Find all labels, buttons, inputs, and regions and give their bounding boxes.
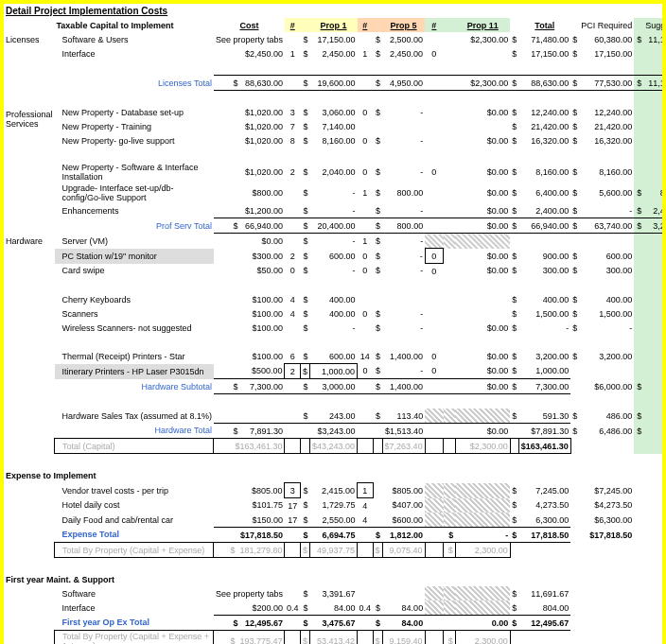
cell: 4 [358, 498, 374, 513]
row-label: New Property - Training [55, 119, 214, 133]
cell: 7,300.00 [250, 382, 283, 392]
cell: $0.00 [214, 234, 285, 249]
cell: $0.00 [455, 183, 510, 203]
cell: 77,530.00 [579, 76, 634, 91]
row-label: Card swipe [55, 264, 214, 279]
cell: $2,300.00 [455, 439, 510, 454]
cell: 2,400.00 [518, 203, 570, 218]
row-label: New Property - Software & Interface Inst… [55, 162, 214, 183]
cell: 2,300.00 [455, 631, 510, 645]
cell: 400.00 [310, 292, 358, 306]
cell: - [382, 249, 425, 264]
cell: $1,513.40 [382, 424, 425, 439]
cell: 300.00 [518, 264, 570, 279]
cell: $150.00 [214, 513, 285, 528]
m1-by-prop: Total By Property (Capital + Expense + 1… [55, 631, 214, 645]
cell: 1 [358, 483, 374, 498]
cell: 63,740.00 [579, 218, 634, 234]
cell: 300.00 [579, 264, 634, 279]
cell: 17,818.50 [518, 528, 570, 543]
cell: 7,300.00 [518, 379, 570, 394]
cell: 4 [285, 292, 301, 306]
cell: 12,495.67 [245, 618, 283, 628]
row-label: Daily Food and cab/rental car [55, 513, 214, 528]
cell: 0 [425, 162, 443, 183]
cell: 9,075.40 [382, 543, 425, 558]
cell: $0.00 [455, 162, 510, 183]
cell: $0.00 [455, 349, 510, 364]
taxable-hdr: Taxable Capital to Implement [55, 18, 214, 32]
cell: $0.00 [455, 424, 510, 439]
cell: 113.40 [382, 409, 425, 424]
cell: 0 [425, 249, 443, 264]
cell: - [518, 321, 570, 335]
cell: - [455, 528, 510, 543]
cell: 2,550.00 [310, 513, 358, 528]
cell: $6,300.00 [579, 513, 634, 528]
cell: 600.00 [579, 249, 634, 264]
cell: 7,140.00 [310, 119, 358, 133]
row-label: Itinerary Printers - HP Laser P3015dn [55, 364, 214, 379]
cell: $0.00 [455, 105, 510, 119]
cell: 0 [358, 264, 374, 279]
cell: 1,400.00 [382, 349, 425, 364]
cell: 1 [358, 234, 374, 249]
row-label: Software [55, 586, 214, 600]
cell: 2,415.00 [310, 483, 358, 498]
cell: $407.00 [382, 498, 425, 513]
cell: 400.00 [310, 306, 358, 321]
cell: 14 [358, 349, 374, 364]
expense-total: Expense Total [55, 528, 214, 543]
cell: 3,475.67 [310, 616, 358, 631]
cell: 17 [285, 498, 301, 513]
cell: 1,400.00 [382, 379, 425, 394]
sec-m1: First year Maint. & Support [4, 572, 214, 586]
cell: 8 [285, 133, 301, 148]
m1-total: First year Op Ex Total [55, 616, 214, 631]
cell: $0.00 [455, 249, 510, 264]
cell: 3 [285, 483, 301, 498]
cell: 400.00 [579, 292, 634, 306]
cell: 2,040.00 [310, 162, 358, 183]
cell: - [310, 321, 358, 335]
cell: $17,818.50 [214, 528, 285, 543]
cell: 400.00 [518, 292, 570, 306]
cell: $300.00 [214, 249, 285, 264]
sec-expense: Expense to Implement [4, 468, 214, 483]
cell: 0 [425, 349, 443, 364]
cell: $4,273.50 [579, 498, 634, 513]
cell: 12,495.67 [518, 616, 570, 631]
cell: 7,891.30 [250, 426, 283, 436]
total-capital: Total (Capital) [55, 439, 214, 454]
cell: 4 [285, 306, 301, 321]
cell: $163,461.30 [518, 439, 570, 454]
row-label: Vendor travel costs - per trip [55, 483, 214, 498]
cell: 900.00 [518, 249, 570, 264]
cell: 1,000.00 [310, 364, 358, 379]
cell: 0 [358, 105, 374, 119]
cell: 0 [358, 306, 374, 321]
cell: 66,940.00 [245, 221, 283, 231]
total-by-prop: Total By Property (Capital + Expense) [55, 543, 214, 558]
cell: 1,000.00 [518, 364, 570, 379]
cell: 600.00 [310, 249, 358, 264]
cell: 800.00 [382, 218, 425, 234]
cell: 3,060.00 [310, 105, 358, 119]
cell: 1,729.75 [310, 498, 358, 513]
cell: 1 [358, 46, 374, 61]
cell: 0 [425, 46, 443, 61]
cell: $1,200.00 [214, 203, 285, 218]
hw-total: Hardware Total [55, 424, 214, 439]
cell: 88,630.00 [518, 76, 570, 91]
cell: 1,500.00 [518, 306, 570, 321]
cell: $0.00 [455, 133, 510, 148]
cell: 0 [425, 364, 443, 379]
p1-hdr: Prop 1 [310, 18, 358, 32]
cell: $1,020.00 [214, 162, 285, 183]
cell: 3 [285, 105, 301, 119]
cell: $0.00 [455, 321, 510, 335]
cell: 1,500.00 [579, 306, 634, 321]
cell: $0.00 [455, 203, 510, 218]
cell: - [382, 306, 425, 321]
cell: $805.00 [382, 483, 425, 498]
